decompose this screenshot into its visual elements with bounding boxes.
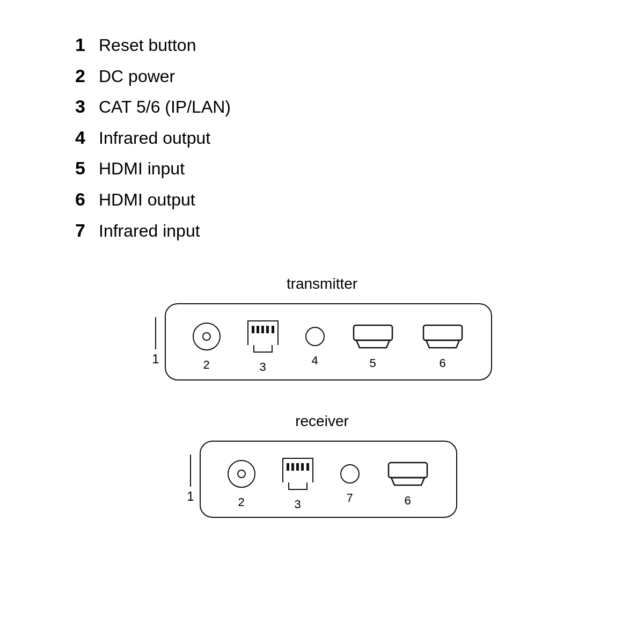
transmitter-body: 2 [165,303,492,380]
receiver-port-number-2: 2 [238,495,245,509]
legend-label-1: Reset button [99,33,196,57]
transmitter-port-4: 4 [305,327,325,368]
rj45-pin [296,463,299,471]
receiver-port-6: 6 [386,462,429,508]
ir-port-receiver [340,464,360,484]
rj45-pin [252,326,254,333]
transmitter-port-number-3: 3 [260,360,266,374]
rj45-pin [266,326,269,333]
rj45-pins-receiver [283,459,312,471]
receiver-ports-row: 2 [228,458,429,511]
rj45-body-transmitter [247,320,279,345]
legend-item-3: 3 CAT 5/6 (IP/LAN) [75,94,231,120]
legend-number-2: 2 [75,63,99,89]
rj45-tab-transmitter [253,345,273,353]
receiver-reset-line [190,455,191,487]
legend-item-5: 5 HDMI input [75,156,231,181]
receiver-port-2: 2 [228,460,255,509]
receiver-title: receiver [295,413,349,430]
legend-number-5: 5 [75,156,99,181]
legend-label-5: HDMI input [99,157,185,181]
transmitter-port-6: 6 [421,324,464,370]
rj45-pin [257,326,259,333]
transmitter-title: transmitter [287,275,357,292]
svg-rect-0 [354,325,392,340]
rj45-pin [301,463,304,471]
legend-label-2: DC power [99,64,175,89]
receiver-port-number-7: 7 [347,491,353,505]
receiver-port-7: 7 [340,464,360,505]
hdmi-output-receiver [386,462,429,486]
svg-rect-1 [423,325,462,340]
svg-rect-2 [389,463,427,478]
transmitter-port-5: 5 [352,324,394,370]
hdmi-output-transmitter [421,324,464,349]
rj45-pins-transmitter [248,321,277,333]
legend-label-6: HDMI output [99,188,195,212]
transmitter-wrapper: 1 2 [152,303,492,380]
dc-power-port-receiver [228,460,255,488]
receiver-port-number-3: 3 [295,497,301,511]
transmitter-ports-row: 2 [193,320,464,374]
legend-number-4: 4 [75,125,99,151]
legend-number-3: 3 [75,94,99,120]
legend-number-6: 6 [75,187,99,213]
legend-label-7: Infrared input [99,219,200,243]
receiver-body: 2 [200,441,457,518]
transmitter-reset-label: 1 [152,352,159,367]
legend-item-2: 2 DC power [75,63,231,89]
receiver-port-3: 3 [282,458,313,511]
legend-number-7: 7 [75,218,99,244]
receiver-reset-label: 1 [187,489,194,504]
receiver-port-number-6: 6 [405,494,411,508]
dc-power-port-transmitter [193,323,221,350]
transmitter-port-3: 3 [247,320,279,374]
receiver-section: receiver 1 2 [43,413,601,518]
rj45-pin [306,463,309,471]
dc-power-inner-transmitter [202,332,211,341]
legend-label-4: Infrared output [99,126,210,150]
legend-item-4: 4 Infrared output [75,125,231,151]
rj45-port-receiver [282,458,313,490]
legend-item-1: 1 Reset button [75,32,231,58]
rj45-pin [287,463,289,471]
legend-number-1: 1 [75,32,99,58]
legend-item-6: 6 HDMI output [75,187,231,213]
rj45-pin [272,326,274,333]
legend-label-3: CAT 5/6 (IP/LAN) [99,95,231,119]
rj45-pin [291,463,294,471]
transmitter-reset-indicator: 1 [152,317,159,367]
rj45-body-receiver [282,458,313,482]
hdmi-input-transmitter [352,324,394,349]
dc-power-inner-receiver [237,470,246,478]
receiver-wrapper: 1 2 [187,441,457,518]
transmitter-port-number-6: 6 [440,356,446,370]
legend: 1 Reset button 2 DC power 3 CAT 5/6 (IP/… [75,32,231,248]
rj45-pin [261,326,264,333]
transmitter-port-number-5: 5 [370,356,376,370]
transmitter-section: transmitter 1 2 [43,275,601,380]
rj45-port-transmitter [247,320,279,353]
transmitter-reset-line [155,317,156,349]
legend-item-7: 7 Infrared input [75,218,231,244]
receiver-reset-indicator: 1 [187,455,194,504]
ir-port-transmitter [305,327,325,346]
transmitter-port-number-4: 4 [312,354,318,368]
rj45-tab-receiver [288,482,308,490]
transmitter-port-number-2: 2 [203,358,210,372]
transmitter-port-2: 2 [193,323,221,372]
